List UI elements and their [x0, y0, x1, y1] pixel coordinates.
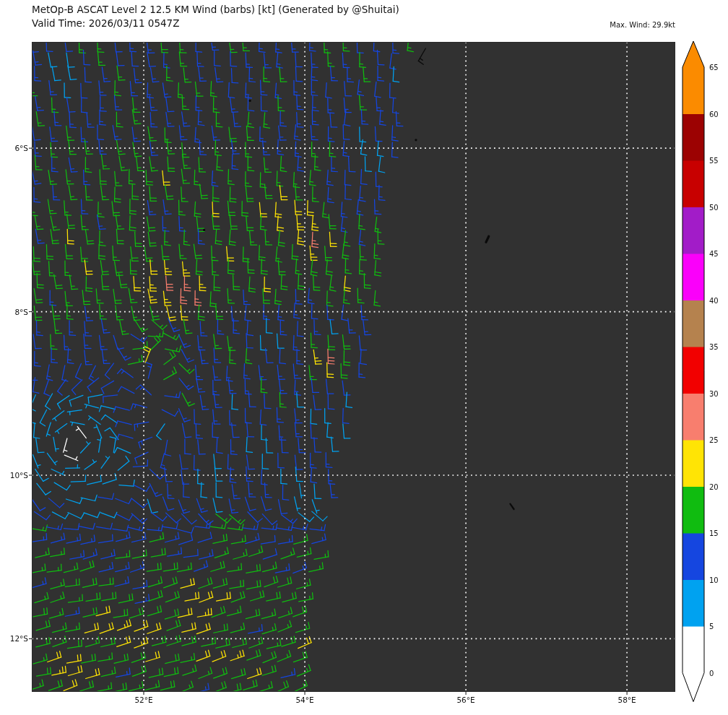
- colorbar-tick-label: 55: [709, 157, 719, 165]
- lat-tick-label: 8°S: [0, 308, 28, 316]
- colorbar-tick-label: 10: [709, 576, 719, 584]
- colorbar-tick-label: 65: [709, 64, 719, 72]
- colorbar-tick-label: 35: [709, 343, 719, 351]
- valid-time-label: Valid Time: 2026/03/11 0547Z: [32, 17, 179, 29]
- lon-tick-label: 56°E: [456, 696, 474, 704]
- lat-tick-label: 10°S: [0, 471, 28, 480]
- lat-tick-label: 12°S: [0, 634, 28, 643]
- colorbar-tick-label: 60: [709, 110, 719, 118]
- colorbar-tick-label: 25: [709, 436, 719, 444]
- colorbar-tick-label: 20: [709, 482, 719, 490]
- chart-title: MetOp-B ASCAT Level 2 12.5 KM Wind (barb…: [32, 4, 399, 15]
- colorbar-tick-label: 45: [709, 250, 719, 258]
- colorbar-tick-label: 0: [709, 669, 714, 677]
- colorbar-tick-label: 5: [709, 623, 714, 630]
- colorbar-tick-label: 50: [709, 203, 719, 211]
- lon-tick-label: 58°E: [618, 696, 636, 704]
- lon-tick-label: 54°E: [295, 696, 313, 704]
- ascat-wind-figure: MetOp-B ASCAT Level 2 12.5 KM Wind (barb…: [0, 0, 728, 715]
- colorbar-tick-label: 30: [709, 389, 719, 397]
- colorbar-tick-label: 40: [709, 296, 719, 304]
- colorbar-tick-label: 15: [709, 529, 719, 537]
- lat-tick-label: 6°S: [0, 144, 28, 152]
- max-wind-label: Max. Wind: 29.9kt: [610, 21, 675, 29]
- lon-tick-label: 52°E: [134, 696, 152, 704]
- wind-map-canvas: [0, 0, 728, 715]
